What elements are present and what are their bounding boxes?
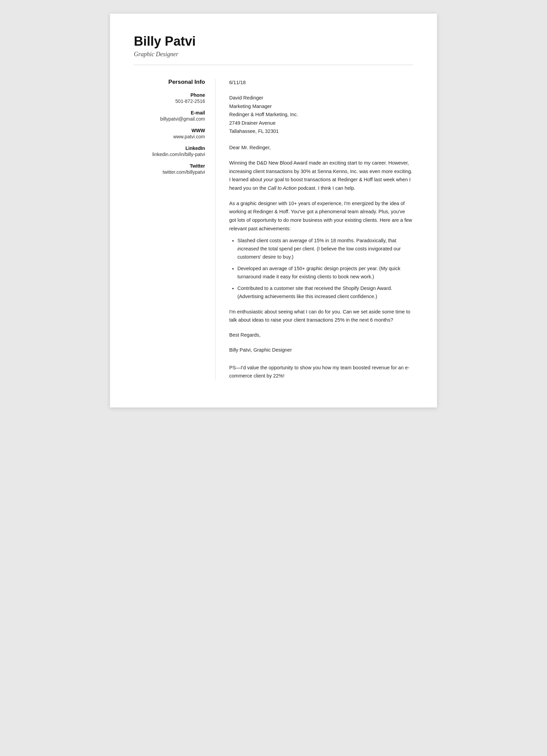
- applicant-title: Graphic Designer: [134, 51, 413, 58]
- p1-text-end: podcast. I think I can help.: [297, 185, 356, 191]
- recipient-address1: 2749 Drainer Avenue: [229, 119, 413, 127]
- bullet-2-text: Developed an average of 150+ graphic des…: [237, 266, 400, 279]
- sidebar-section-title: Personal Info: [134, 79, 205, 86]
- p1-italic-1: your: [264, 177, 273, 182]
- bullet-1-end: the total spend per client. (I believe t…: [237, 246, 401, 260]
- sidebar-email-value: billypatvi@gmail.com: [134, 116, 205, 122]
- achievements-list: Slashed client costs an average of 15% i…: [236, 237, 413, 300]
- sidebar-phone-label: Phone: [134, 92, 205, 98]
- bullet-1: Slashed client costs an average of 15% i…: [237, 237, 413, 261]
- resume-page: Billy Patvi Graphic Designer Personal In…: [110, 14, 437, 407]
- recipient-name: David Redinger: [229, 94, 413, 102]
- bullet-3-text: Contributed to a customer site that rece…: [237, 286, 392, 299]
- sidebar-email-label: E-mail: [134, 110, 205, 115]
- paragraph-1: Winning the D&D New Blood Award made an …: [229, 159, 413, 192]
- sidebar-www-value: www.patvi.com: [134, 134, 205, 139]
- sidebar-email: E-mail billypatvi@gmail.com: [134, 110, 205, 122]
- p2-text: As a graphic designer with 10+ years of …: [229, 201, 412, 231]
- main-content: Personal Info Phone 501-872-2516 E-mail …: [134, 79, 413, 380]
- paragraph-3: I'm enthusiastic about seeing what I can…: [229, 308, 413, 324]
- closing: Best Regards,: [229, 331, 413, 339]
- header: Billy Patvi Graphic Designer: [134, 34, 413, 65]
- postscript: PS—I'd value the opportunity to show you…: [229, 364, 413, 380]
- recipient-block: David Redinger Marketing Manager Redinge…: [229, 94, 413, 136]
- sidebar-twitter: Twitter twitter.com/billypatvi: [134, 163, 205, 175]
- paragraph-2: As a graphic designer with 10+ years of …: [229, 199, 413, 301]
- salutation: Dear Mr. Redinger,: [229, 144, 413, 152]
- sidebar-www: WWW www.patvi.com: [134, 128, 205, 139]
- letter-date: 6/11/18: [229, 79, 413, 87]
- applicant-name: Billy Patvi: [134, 34, 413, 49]
- recipient-address2: Tallahassee, FL 32301: [229, 127, 413, 136]
- sidebar-linkedin-label: LinkedIn: [134, 145, 205, 151]
- sidebar-phone-value: 501-872-2516: [134, 98, 205, 104]
- letter-body: 6/11/18 David Redinger Marketing Manager…: [216, 79, 413, 380]
- p1-italic-2: Call to Action: [268, 185, 297, 191]
- bullet-1-start: Slashed client costs an average of 15% i…: [237, 238, 396, 243]
- sidebar-linkedin: LinkedIn linkedin.com/in/billy-patvi: [134, 145, 205, 157]
- sidebar-twitter-label: Twitter: [134, 163, 205, 169]
- signature: Billy Patvi, Graphic Designer: [229, 346, 413, 354]
- bullet-1-italic: increased: [237, 246, 259, 251]
- recipient-title: Marketing Manager: [229, 102, 413, 111]
- sidebar-www-label: WWW: [134, 128, 205, 133]
- sidebar: Personal Info Phone 501-872-2516 E-mail …: [134, 79, 216, 380]
- sidebar-linkedin-value: linkedin.com/in/billy-patvi: [134, 152, 205, 157]
- bullet-3: Contributed to a customer site that rece…: [237, 284, 413, 301]
- bullet-2: Developed an average of 150+ graphic des…: [237, 265, 413, 281]
- sidebar-twitter-value: twitter.com/billypatvi: [134, 169, 205, 175]
- recipient-company: Redinger & Hoff Marketing, Inc.: [229, 110, 413, 119]
- sidebar-phone: Phone 501-872-2516: [134, 92, 205, 104]
